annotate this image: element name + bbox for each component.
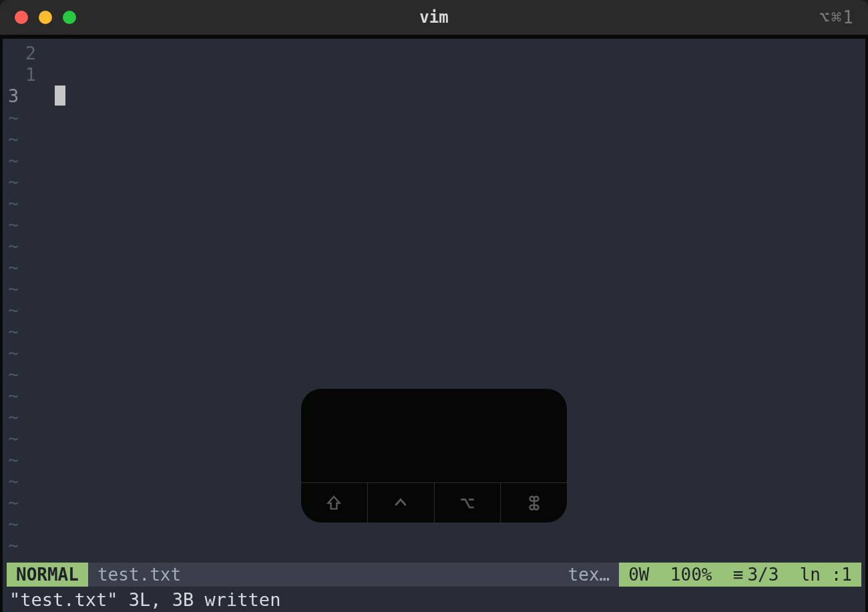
line-content xyxy=(45,321,861,342)
editor-empty-line: ~ xyxy=(7,321,861,342)
editor-empty-line: ~ xyxy=(7,278,861,299)
tilde-icon: ~ xyxy=(7,214,45,235)
control-key-icon xyxy=(368,483,435,522)
terminal[interactable]: 2 1 3 ~~~~~~~~~~~~~~~~~~~~~~ NORMAL test… xyxy=(0,35,868,612)
line-content[interactable] xyxy=(27,86,861,107)
statusline-filename: test.txt xyxy=(88,563,190,587)
statusline: NORMAL test.txt tex… 0W 100% ≡ 3/3 ln :1 xyxy=(7,563,861,587)
line-content xyxy=(45,534,861,556)
cursor xyxy=(55,86,65,106)
editor-empty-line: ~ xyxy=(7,128,861,150)
editor-line[interactable]: 1 xyxy=(7,64,861,86)
tilde-icon: ~ xyxy=(7,128,45,150)
keycast-modifier-row xyxy=(301,482,567,522)
shift-key-icon xyxy=(301,483,368,522)
gutter-relnum: 1 xyxy=(7,64,45,86)
window-close-button[interactable] xyxy=(15,11,28,24)
tilde-icon: ~ xyxy=(7,534,45,556)
tilde-icon: ~ xyxy=(7,470,45,492)
tilde-icon: ~ xyxy=(7,342,45,363)
line-content xyxy=(45,128,861,150)
line-content xyxy=(45,342,861,363)
tilde-icon: ~ xyxy=(7,299,45,321)
editor-empty-line: ~ xyxy=(7,534,861,556)
tilde-icon: ~ xyxy=(7,321,45,342)
editor-empty-line: ~ xyxy=(7,342,861,363)
statusline-warnings: 0W xyxy=(628,565,649,585)
window-minimize-button[interactable] xyxy=(39,11,52,24)
statusline-spacer xyxy=(190,563,558,587)
editor-empty-line: ~ xyxy=(7,214,861,235)
statusline-position: 0W 100% ≡ 3/3 ln :1 xyxy=(619,563,861,587)
line-content xyxy=(45,214,861,235)
titlebar: vim ⌥⌘1 xyxy=(0,0,868,35)
statusline-col-value: :1 xyxy=(831,565,852,585)
statusline-mode: NORMAL xyxy=(7,563,88,587)
editor-empty-line: ~ xyxy=(7,150,861,171)
tilde-icon: ~ xyxy=(7,513,45,534)
tilde-icon: ~ xyxy=(7,192,45,214)
tilde-icon: ~ xyxy=(7,278,45,299)
line-content[interactable] xyxy=(45,43,861,64)
line-content xyxy=(45,235,861,257)
editor-current-line[interactable]: 3 xyxy=(7,86,861,107)
tilde-icon: ~ xyxy=(7,492,45,513)
tilde-icon: ~ xyxy=(7,235,45,257)
option-key-icon xyxy=(435,483,501,522)
editor-empty-line: ~ xyxy=(7,363,861,385)
line-content xyxy=(45,257,861,278)
tilde-icon: ~ xyxy=(7,363,45,385)
editor-empty-line: ~ xyxy=(7,107,861,128)
editor-empty-line: ~ xyxy=(7,235,861,257)
window-shortcut-indicator: ⌥⌘1 xyxy=(819,7,855,27)
line-content xyxy=(45,107,861,128)
keycast-overlay xyxy=(301,389,567,522)
statusline-line-ratio: 3/3 xyxy=(747,565,779,585)
command-key-icon xyxy=(501,483,567,522)
line-indicator-icon: ≡ xyxy=(733,565,744,585)
gutter-current-line-number: 3 xyxy=(7,86,27,107)
line-content[interactable] xyxy=(45,64,861,86)
line-content xyxy=(45,278,861,299)
tilde-icon: ~ xyxy=(7,150,45,171)
tilde-icon: ~ xyxy=(7,257,45,278)
line-content xyxy=(45,171,861,192)
command-line[interactable]: "test.txt" 3L, 3B written xyxy=(7,588,861,611)
gutter-relnum: 2 xyxy=(7,43,45,64)
editor-line[interactable]: 2 xyxy=(7,43,861,64)
editor-empty-line: ~ xyxy=(7,299,861,321)
line-content xyxy=(45,299,861,321)
editor-empty-line: ~ xyxy=(7,171,861,192)
traffic-lights xyxy=(15,11,76,24)
line-content xyxy=(45,192,861,214)
tilde-icon: ~ xyxy=(7,107,45,128)
tilde-icon: ~ xyxy=(7,171,45,192)
line-content xyxy=(45,363,861,385)
editor-empty-line: ~ xyxy=(7,257,861,278)
line-content xyxy=(45,150,861,171)
tilde-icon: ~ xyxy=(7,385,45,406)
statusline-col-label: ln xyxy=(800,565,821,585)
window-zoom-button[interactable] xyxy=(63,11,76,24)
window-title: vim xyxy=(419,8,448,27)
tilde-icon: ~ xyxy=(7,406,45,428)
editor-empty-line: ~ xyxy=(7,192,861,214)
statusline-filetype: tex… xyxy=(559,563,620,587)
keycast-display xyxy=(301,389,567,482)
statusline-percent: 100% xyxy=(670,565,712,585)
tilde-icon: ~ xyxy=(7,449,45,470)
tilde-icon: ~ xyxy=(7,428,45,449)
